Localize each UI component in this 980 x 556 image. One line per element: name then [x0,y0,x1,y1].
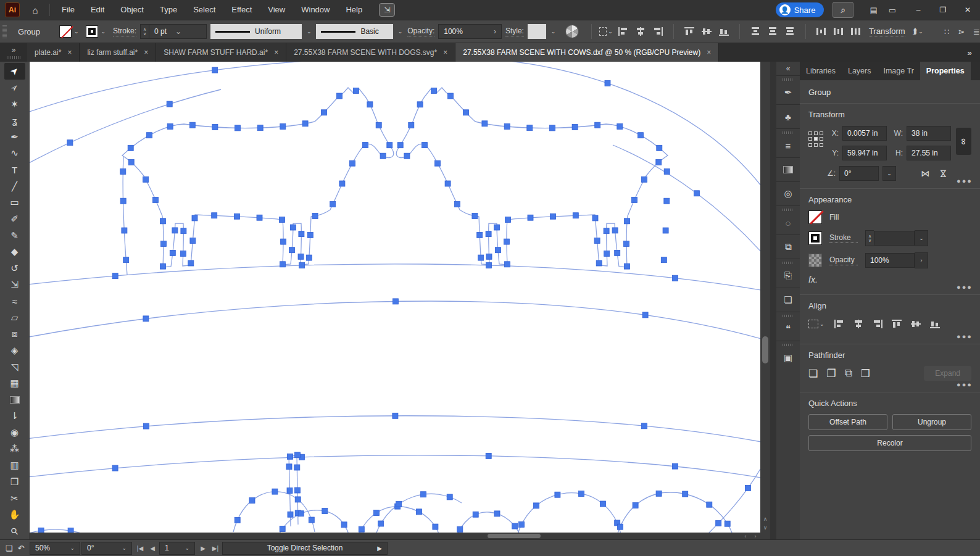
anchor-point[interactable] [477,233,483,238]
anchor-point[interactable] [307,233,313,238]
menu-effect[interactable]: Effect [223,0,260,20]
toolbar-collapse[interactable]: » [0,43,27,62]
anchor-point[interactable] [153,197,159,202]
arrange-icon[interactable]: ∷ [944,27,949,36]
anchor-point[interactable] [527,125,533,131]
drag-grip[interactable] [7,56,20,59]
tab-close-icon[interactable]: × [274,48,278,57]
anchor-point[interactable] [249,497,255,503]
anchor-point[interactable] [392,413,398,418]
anchor-point[interactable] [478,255,484,260]
tab-close-icon[interactable]: × [144,48,148,57]
anchor-point[interactable] [298,254,304,259]
anchor-point[interactable] [594,238,600,244]
anchor-point[interactable] [280,262,286,267]
anchor-point[interactable] [457,526,463,532]
stroke-weight-field[interactable]: 0 pt [149,24,207,39]
rotate-tool[interactable]: ↺ [4,260,25,277]
opacity-label[interactable]: Opacity: [407,27,434,36]
anchor-point[interactable] [172,228,178,233]
distribute-bottom-icon[interactable] [784,27,795,36]
selection-panel-icon[interactable]: ◌ [779,214,797,232]
gradient-panel-icon[interactable] [779,160,797,179]
anchor-point[interactable] [496,247,501,253]
panel-tab-libraries[interactable]: Libraries [800,62,842,80]
share-button[interactable]: 👤 Share [776,2,824,17]
menu-help[interactable]: Help [338,0,370,20]
anchor-point[interactable] [67,140,73,146]
minimize-button[interactable]: – [906,0,931,20]
opacity-swatch[interactable] [808,254,822,267]
anchor-point[interactable] [280,124,286,130]
menu-type[interactable]: Type [152,0,185,20]
align-top-icon[interactable] [891,319,902,329]
vertical-scrollbar[interactable]: ∧ ∨ [760,62,770,539]
free-transform-tool[interactable]: ▱ [4,309,25,326]
anchor-point[interactable] [280,217,285,222]
stroke-color-swatch[interactable] [86,25,98,38]
last-artboard-icon[interactable]: ▶| [210,545,221,552]
align-to-selection-icon[interactable]: ⌄ [599,24,614,39]
workspace-layout-icon[interactable]: ▤ [870,6,877,15]
select-similar-icon[interactable]: ⋗ [958,27,965,36]
anchor-point[interactable] [632,197,637,202]
document-tab[interactable]: plate.ai*× [27,43,80,62]
hscroll-thumb[interactable] [488,534,541,538]
anchor-point[interactable] [663,228,668,233]
graphic-style-label[interactable]: Style: [505,27,524,36]
column-graph-tool[interactable]: ▥ [4,457,25,474]
anchor-point[interactable] [160,218,165,224]
close-button[interactable]: ✕ [955,0,980,20]
anchor-point[interactable] [288,512,293,517]
anchor-point[interactable] [160,263,166,269]
anchor-point[interactable] [625,218,630,224]
anchor-point[interactable] [341,522,347,528]
y-field[interactable]: 59.947 in [842,146,887,160]
x-field[interactable]: 0.0057 in [842,126,887,141]
anchor-point[interactable] [656,159,662,165]
align-h-center-icon[interactable] [853,319,864,329]
pathfinder-unite-icon[interactable]: ❏ [808,367,818,380]
anchor-point[interactable] [192,215,197,221]
stroke-weight-stepper[interactable]: ∧∨ [140,24,149,39]
anchor-point[interactable] [694,191,699,196]
anchor-point[interactable] [290,225,296,230]
line-segment-tool[interactable]: ╱ [4,178,25,194]
anchor-point[interactable] [212,67,218,73]
stroke-label[interactable]: Stroke [829,233,858,243]
distribute-top-icon[interactable] [750,27,761,36]
tab-close-icon[interactable]: × [707,48,711,57]
anchor-point[interactable] [295,497,301,502]
offset-path-button[interactable]: Offset Path [808,414,887,430]
anchor-point[interactable] [181,228,186,234]
anchor-point[interactable] [624,241,629,246]
anchor-point[interactable] [486,231,491,237]
menu-view[interactable]: View [260,0,293,20]
tab-close-icon[interactable]: × [67,48,72,57]
anchor-point[interactable] [280,526,285,531]
align-v-center-icon[interactable] [910,319,921,329]
hand-tool[interactable]: ✋ [4,507,25,523]
rotation-dropdown-icon[interactable]: ⌄ [882,166,896,181]
anchor-point[interactable] [641,176,647,182]
anchor-point[interactable] [289,247,295,253]
anchor-point[interactable] [550,125,555,131]
anchor-point[interactable] [212,125,218,130]
anchor-point[interactable] [592,215,598,221]
panel-tab-layers[interactable]: Layers [842,62,878,80]
anchor-point[interactable] [309,517,314,523]
rotation-angle-field[interactable]: 0° [839,166,879,181]
anchor-point[interactable] [190,238,196,244]
selection-tool[interactable]: ➤ [4,63,25,80]
anchor-point[interactable] [298,511,304,517]
stroke-panel-icon[interactable]: ≡ [779,136,797,155]
anchor-point[interactable] [180,251,186,256]
anchor-point[interactable] [534,503,539,508]
anchor-point[interactable] [128,145,133,151]
anchor-point[interactable] [422,143,428,148]
anchor-point[interactable] [494,225,500,230]
anchor-point[interactable] [504,124,510,130]
artboard-view-icon[interactable]: ▭ [889,6,896,15]
anchor-point[interactable] [435,160,441,166]
anchor-point[interactable] [295,452,301,458]
